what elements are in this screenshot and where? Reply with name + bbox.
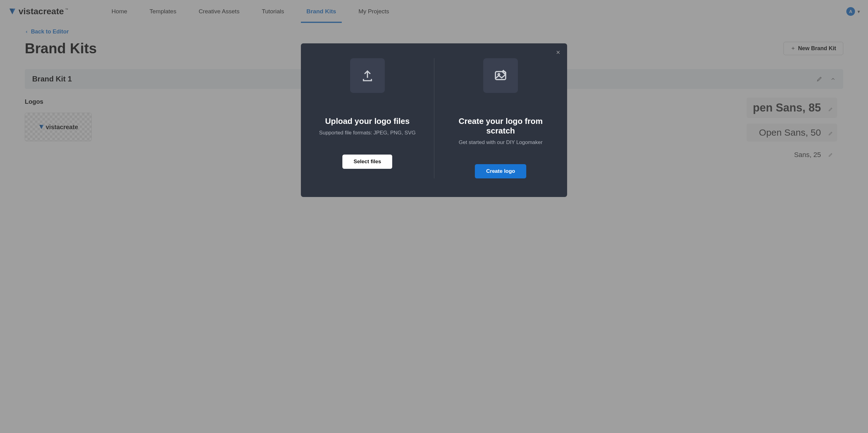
create-subtitle: Get started with our DIY Logomaker [459, 139, 542, 146]
upload-icon [350, 58, 385, 93]
create-panel: Create your logo from scratch Get starte… [434, 58, 567, 178]
close-icon[interactable] [555, 50, 561, 57]
create-logo-button[interactable]: Create logo [475, 164, 526, 178]
modal-overlay[interactable]: Upload your logo files Supported file fo… [0, 0, 868, 433]
upload-subtitle: Supported file formats: JPEG, PNG, SVG [319, 130, 416, 136]
upload-panel: Upload your logo files Supported file fo… [301, 58, 434, 178]
image-edit-icon [483, 58, 518, 93]
select-files-button[interactable]: Select files [342, 154, 392, 169]
create-title: Create your logo from scratch [443, 116, 558, 136]
upload-title: Upload your logo files [325, 116, 409, 126]
logo-modal: Upload your logo files Supported file fo… [301, 44, 567, 197]
